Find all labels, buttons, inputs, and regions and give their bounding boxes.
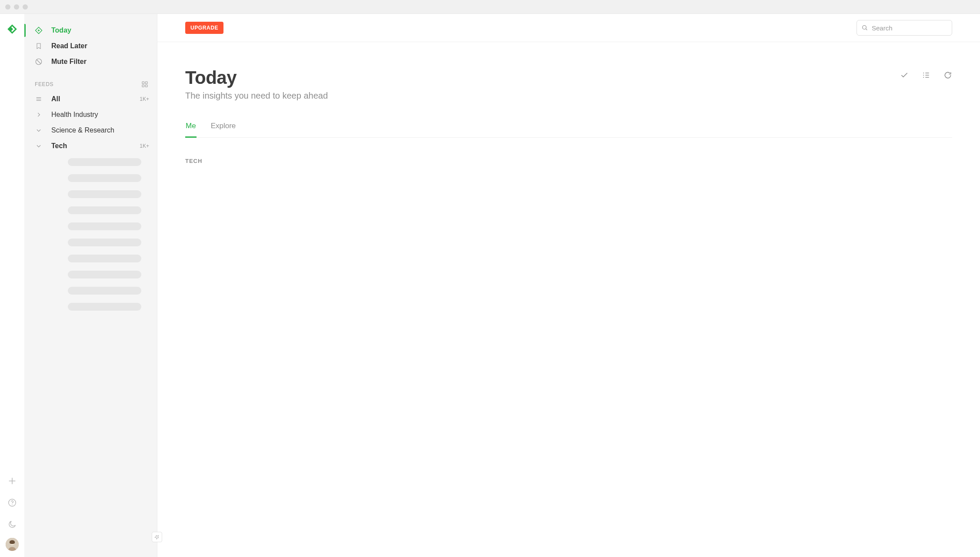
mark-all-read-button[interactable] (900, 71, 909, 80)
nav-today[interactable]: Today (24, 23, 157, 38)
svg-rect-8 (142, 85, 144, 87)
topbar: UPGRADE (157, 14, 980, 42)
pin-sidebar-button[interactable] (152, 532, 162, 542)
nav-read-later-label: Read Later (51, 42, 87, 50)
feed-health-industry[interactable]: Health Industry (24, 107, 157, 123)
feed-all-count: 1K+ (140, 96, 149, 102)
feed-tech-count: 1K+ (140, 143, 149, 149)
feed-loading-skeleton (24, 154, 157, 319)
help-button[interactable] (7, 498, 17, 507)
today-icon (35, 27, 43, 34)
svg-point-12 (923, 77, 924, 78)
window-traffic-lights (5, 4, 28, 10)
nav-mute-filter-label: Mute Filter (51, 58, 87, 66)
view-options-button[interactable] (922, 71, 930, 80)
left-rail (0, 14, 24, 557)
page-subtitle: The insights you need to keep ahead (185, 91, 952, 101)
chevron-down-icon (35, 127, 43, 133)
add-content-button[interactable] (7, 476, 17, 486)
refresh-button[interactable] (943, 71, 952, 80)
feed-all-label: All (51, 95, 60, 103)
window-titlebar (0, 0, 980, 14)
section-header-tech: TECH (185, 158, 952, 164)
tab-explore[interactable]: Explore (210, 122, 237, 137)
chevron-down-icon (35, 143, 43, 149)
mute-icon (35, 58, 43, 66)
hamburger-icon (35, 96, 43, 103)
organize-feeds-button[interactable] (141, 81, 148, 88)
nav-read-later[interactable]: Read Later (24, 38, 157, 54)
window-close-button[interactable] (5, 4, 10, 10)
search-box[interactable] (857, 20, 952, 36)
app-logo[interactable] (7, 23, 18, 35)
user-avatar[interactable] (6, 538, 19, 551)
svg-rect-6 (145, 85, 147, 87)
window-zoom-button[interactable] (23, 4, 28, 10)
svg-rect-7 (145, 82, 147, 84)
svg-point-1 (12, 504, 12, 505)
search-icon (861, 24, 868, 31)
content-tabs: Me Explore (185, 122, 952, 138)
feed-science-label: Science & Research (51, 126, 114, 134)
nav-today-label: Today (51, 27, 71, 34)
page-toolbar (900, 67, 952, 80)
feed-health-label: Health Industry (51, 111, 98, 119)
svg-point-11 (923, 75, 924, 76)
bookmark-icon (35, 42, 43, 50)
search-input[interactable] (872, 24, 947, 32)
feed-tech[interactable]: Tech 1K+ (24, 138, 157, 154)
feed-tech-label: Tech (51, 142, 67, 150)
tab-me[interactable]: Me (185, 122, 197, 138)
page-title: Today (185, 67, 237, 88)
feed-all[interactable]: All 1K+ (24, 91, 157, 107)
theme-toggle-button[interactable] (7, 520, 17, 529)
chevron-right-icon (35, 112, 43, 118)
feeds-heading: FEEDS (35, 81, 53, 87)
sidebar: Today Read Later Mute Filter FEEDS (24, 14, 157, 557)
svg-rect-5 (142, 82, 144, 84)
nav-mute-filter[interactable]: Mute Filter (24, 54, 157, 70)
svg-point-9 (863, 26, 867, 30)
svg-point-10 (923, 73, 924, 73)
main-content: UPGRADE Today (157, 14, 980, 557)
window-minimize-button[interactable] (14, 4, 19, 10)
upgrade-button[interactable]: UPGRADE (185, 22, 223, 34)
feed-science-research[interactable]: Science & Research (24, 123, 157, 138)
